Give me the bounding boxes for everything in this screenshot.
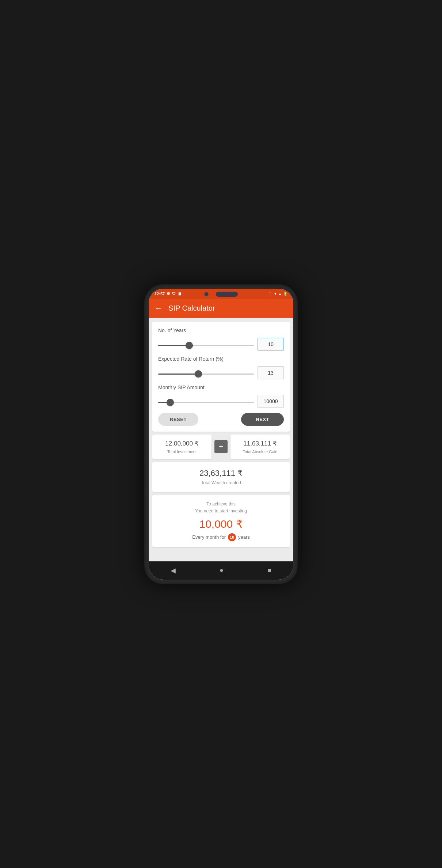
years-value: 10 [268,341,274,347]
investment-amount: 12,00,000 ₹ [156,440,208,447]
investment-label: Total Investment [156,450,208,454]
sip-amount-row: 10000 [158,395,284,408]
sip-amount-value: 10000 [264,398,278,404]
rate-row: 13 [158,366,284,379]
button-row: RESET NEXT [158,413,284,426]
achieve-bottom-prefix: Every month for [192,534,226,540]
sip-amount-label: Monthly SIP Amount [158,384,284,390]
achieve-top-text: To achieve this You need to start Invest… [158,501,284,515]
speaker [216,292,238,297]
wealth-card: 23,63,111 ₹ Total Wealth created [152,462,290,492]
reset-button[interactable]: RESET [158,413,198,426]
achieve-amount: 10,000 ₹ [158,518,284,530]
rate-value: 13 [268,370,274,376]
sip-amount-value-box[interactable]: 10000 [258,395,284,408]
results-row: 12,00,000 ₹ Total Investment + 11,63,111… [152,435,290,459]
wealth-amount: 23,63,111 ₹ [159,469,283,478]
wealth-label: Total Wealth created [159,480,283,485]
sip-amount-slider-container [158,398,254,405]
gain-card: 11,63,111 ₹ Total Absolute Gain [230,435,290,459]
investment-card: 12,00,000 ₹ Total Investment [152,435,212,459]
bottom-nav: ◀ ● ■ [149,561,293,580]
years-badge: 10 [228,533,236,541]
nav-home-button[interactable]: ● [220,566,224,574]
phone-top-bar [144,292,298,297]
nav-recent-button[interactable]: ■ [267,566,271,574]
back-button[interactable]: ← [155,304,163,313]
achieve-bottom: Every month for 10 years [158,533,284,541]
app-bar: ← SIP Calculator [149,299,293,318]
sip-amount-section: Monthly SIP Amount 10000 [158,384,284,408]
next-button[interactable]: NEXT [241,413,284,426]
rate-label: Expected Rate of Return (%) [158,356,284,362]
calculator-card: No. of Years 10 Expected Rate of Return … [152,322,290,432]
gain-amount: 11,63,111 ₹ [234,440,286,447]
rate-slider[interactable] [158,374,254,375]
years-slider-container [158,341,254,348]
years-section: No. of Years 10 [158,327,284,351]
years-label: No. of Years [158,327,284,333]
achieve-bottom-suffix: years [238,534,250,540]
achieve-card: To achieve this You need to start Invest… [152,495,290,547]
years-value-box[interactable]: 10 [258,338,284,351]
achieve-sub-line: You need to start Investing [195,508,247,513]
sip-amount-slider[interactable] [158,402,254,403]
phone-frame: 12:57 ⚙ 🛡 📋 📍 ▼ ▲ 🔋 ← SIP Calculator [144,284,298,584]
rate-section: Expected Rate of Return (%) 13 [158,356,284,379]
rate-value-box[interactable]: 13 [258,366,284,379]
years-slider[interactable] [158,345,254,346]
main-content: No. of Years 10 Expected Rate of Return … [149,318,293,561]
years-row: 10 [158,338,284,351]
rate-slider-container [158,369,254,376]
camera [204,292,209,296]
phone-screen: 12:57 ⚙ 🛡 📋 📍 ▼ ▲ 🔋 ← SIP Calculator [149,289,293,580]
plus-icon: + [214,440,228,453]
gain-label: Total Absolute Gain [234,450,286,454]
nav-back-button[interactable]: ◀ [171,566,176,575]
achieve-top-line: To achieve this [206,501,235,507]
page-title: SIP Calculator [168,304,215,312]
